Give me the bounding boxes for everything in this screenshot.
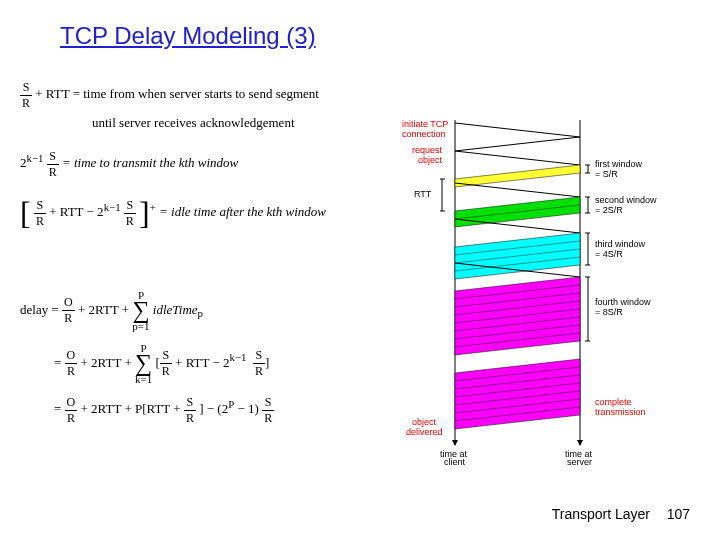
timing-diagram: initiate TCP connection request object R… — [400, 115, 660, 465]
svg-text:transmission: transmission — [595, 407, 646, 417]
svg-text:= 2S/R: = 2S/R — [595, 205, 623, 215]
label-request: request — [412, 145, 443, 155]
label-window-2: second window — [595, 195, 657, 205]
svg-text:= 8S/R: = 8S/R — [595, 307, 623, 317]
eq-delay-1: delay = OR + 2RTT + P∑p=1 idleTimep — [20, 289, 400, 332]
label-delivered: object — [412, 417, 437, 427]
equations-block: SR + RTT = time from when server starts … — [20, 76, 400, 430]
svg-text:object: object — [418, 155, 443, 165]
label-window-4: fourth window — [595, 297, 651, 307]
svg-text:= 4S/R: = 4S/R — [595, 249, 623, 259]
label-window-3: third window — [595, 239, 646, 249]
label-complete: complete — [595, 397, 632, 407]
eq-line-1b: until server receives acknowledgement — [92, 115, 400, 131]
label-rtt: RTT — [414, 189, 432, 199]
footer-page-number: 107 — [667, 506, 690, 522]
svg-line-3 — [455, 137, 580, 151]
svg-line-6 — [455, 183, 580, 197]
svg-line-2 — [455, 123, 580, 137]
eq-line-3: [ SR + RTT − 2k−1 SR ]+ = idle time afte… — [20, 198, 400, 229]
eq-delay-3: = OR + 2RTT + P[RTT + SR ] − (2P − 1) SR — [54, 395, 400, 426]
svg-text:= S/R: = S/R — [595, 169, 618, 179]
svg-text:connection: connection — [402, 129, 446, 139]
label-window-1: first window — [595, 159, 643, 169]
slide-title: TCP Delay Modeling (3) — [60, 22, 316, 50]
svg-text:client: client — [444, 457, 466, 465]
svg-line-4 — [455, 151, 580, 165]
svg-text:delivered: delivered — [406, 427, 443, 437]
svg-text:server: server — [567, 457, 592, 465]
eq-line-1: SR + RTT = time from when server starts … — [20, 80, 400, 111]
svg-marker-23 — [455, 359, 580, 429]
svg-line-9 — [455, 219, 580, 233]
svg-marker-5 — [455, 165, 580, 187]
eq-line-2: 2k−1 SR = time to transmit the kth windo… — [20, 149, 400, 180]
eq-delay-2: = OR + 2RTT + P∑k=1 [SR + RTT − 2k−1 SR] — [54, 342, 400, 385]
label-initiate: initiate TCP — [402, 119, 448, 129]
footer-chapter: Transport Layer — [552, 506, 650, 522]
